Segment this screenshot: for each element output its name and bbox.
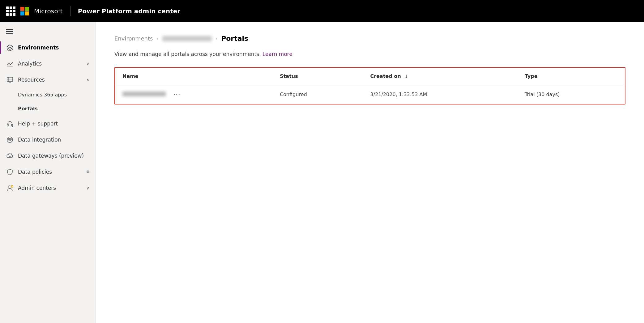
main-content: Environments › › Portals View and manage… (96, 22, 644, 323)
name-blurred (122, 91, 166, 96)
cell-name: ··· (115, 85, 272, 104)
svg-rect-7 (11, 124, 13, 126)
brand-name: Microsoft (34, 7, 63, 15)
resources-icon (6, 76, 14, 83)
data-gateways-label: Data gateways (preview) (18, 153, 89, 159)
table-header-row: Name Status Created on ↓ Type (115, 68, 625, 85)
main-layout: Environments Analytics ∨ (0, 22, 644, 323)
admin-centers-label: Admin centers (18, 185, 82, 191)
breadcrumb: Environments › › Portals (114, 35, 625, 42)
portals-table-container: Name Status Created on ↓ Type (114, 67, 625, 104)
sidebar-item-resources[interactable]: Resources ∧ (0, 72, 96, 88)
admin-icon: A (6, 184, 14, 192)
cloud-icon (6, 152, 14, 159)
cell-created-on: 3/21/2020, 1:33:53 AM (363, 85, 517, 104)
analytics-label: Analytics (18, 61, 82, 67)
sidebar-item-data-policies[interactable]: Data policies ⧉ (0, 164, 96, 180)
description-text: View and manage all portals across your … (114, 51, 261, 57)
svg-point-12 (9, 186, 11, 188)
analytics-chevron: ∨ (86, 61, 89, 66)
resources-label: Resources (18, 77, 82, 83)
portals-table: Name Status Created on ↓ Type (115, 68, 625, 104)
sidebar-toggle[interactable] (0, 26, 96, 40)
breadcrumb-sep1: › (156, 36, 158, 41)
svg-rect-1 (7, 77, 13, 82)
sidebar-item-help-support[interactable]: Help + support (0, 116, 96, 132)
sidebar-item-environments[interactable]: Environments (0, 40, 96, 56)
portals-label: Portals (18, 106, 38, 112)
topbar: Microsoft Power Platform admin center (0, 0, 644, 22)
resources-chevron: ∧ (86, 77, 89, 82)
data-policies-external: ⧉ (87, 169, 89, 174)
col-type[interactable]: Type (517, 68, 625, 85)
help-support-label: Help + support (18, 121, 89, 127)
page-description: View and manage all portals across your … (114, 51, 625, 57)
headset-icon (6, 120, 14, 127)
topbar-divider (70, 6, 70, 16)
breadcrumb-current: Portals (221, 35, 248, 42)
col-created-on[interactable]: Created on ↓ (363, 68, 517, 85)
sidebar-item-dynamics365[interactable]: Dynamics 365 apps (0, 88, 96, 102)
sort-icon: ↓ (404, 74, 408, 79)
admin-centers-chevron: ∨ (86, 185, 89, 190)
more-options-button[interactable]: ··· (173, 91, 181, 98)
sidebar-item-data-integration[interactable]: Data integration (0, 132, 96, 148)
cell-status: Configured (272, 85, 363, 104)
shield-icon (6, 168, 14, 176)
analytics-icon (6, 60, 14, 67)
cell-type: Trial (30 days) (517, 85, 625, 104)
sidebar-item-analytics[interactable]: Analytics ∨ (0, 56, 96, 72)
breadcrumb-sep2: › (215, 36, 217, 41)
breadcrumb-blurred-env (162, 36, 212, 41)
data-policies-label: Data policies (18, 169, 82, 175)
dynamics365-label: Dynamics 365 apps (18, 92, 67, 98)
layers-icon (6, 44, 14, 51)
data-integration-label: Data integration (18, 137, 89, 143)
breadcrumb-environments[interactable]: Environments (114, 35, 153, 42)
col-name[interactable]: Name (115, 68, 272, 85)
environments-label: Environments (18, 45, 89, 51)
col-status[interactable]: Status (272, 68, 363, 85)
svg-text:A: A (11, 185, 13, 187)
table-row: ··· Configured 3/21/2020, 1:33:53 AM Tri… (115, 85, 625, 104)
waffle-menu[interactable] (6, 6, 15, 16)
sidebar-item-portals[interactable]: Portals (0, 102, 96, 116)
hamburger-icon (6, 29, 89, 34)
sidebar-item-data-gateways[interactable]: Data gateways (preview) (0, 148, 96, 164)
data-integration-icon (6, 136, 14, 143)
learn-more-link[interactable]: Learn more (262, 51, 292, 57)
sidebar: Environments Analytics ∨ (0, 22, 96, 323)
microsoft-logo (20, 7, 29, 15)
sidebar-item-admin-centers[interactable]: A Admin centers ∨ (0, 180, 96, 196)
app-title: Power Platform admin center (78, 7, 180, 15)
svg-rect-6 (7, 124, 8, 126)
